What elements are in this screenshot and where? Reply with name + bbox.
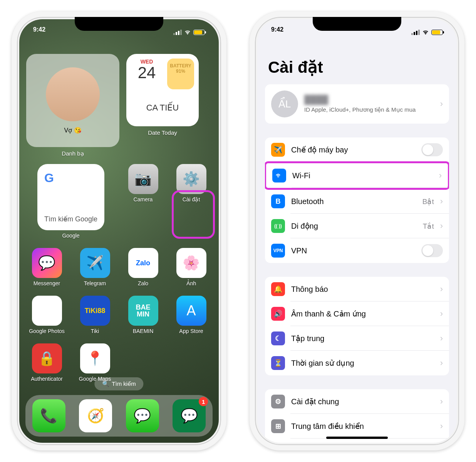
app-messenger[interactable]: 💬 <box>32 248 62 278</box>
chevron-right-icon: › <box>439 171 442 181</box>
row-label: Cài đặt chung <box>291 397 434 406</box>
settings-row-ch-m-y-bay[interactable]: ✈️Chế độ máy bay <box>265 137 449 162</box>
dock: 📞🧭💬💬1 <box>25 395 213 437</box>
chevron-right-icon: › <box>440 284 443 294</box>
phone-home: 9:42 Vợ 😘 Danh bạ WED 24 <box>12 12 226 450</box>
app-label: Zalo <box>138 280 148 286</box>
chevron-right-icon: › <box>440 309 443 319</box>
chevron-right-icon: › <box>440 397 443 407</box>
row-value: Tắt <box>423 222 434 231</box>
chevron-right-icon: › <box>440 421 443 431</box>
profile-name: ████ <box>304 95 434 105</box>
row-icon: ✈️ <box>271 143 285 157</box>
google-widget[interactable]: G Tìm kiếm Google <box>37 164 104 230</box>
app-authenticator[interactable]: 🔒 <box>32 343 62 373</box>
notch <box>313 17 401 31</box>
search-icon: 🔍 <box>102 380 109 387</box>
toggle[interactable] <box>421 244 443 257</box>
row-icon: B <box>271 194 285 208</box>
settings-row-vpn[interactable]: VPNVPN <box>265 238 449 263</box>
toggle[interactable] <box>421 143 443 156</box>
app-google-photos[interactable]: ✦ <box>32 296 62 326</box>
dock-messages[interactable]: 💬 <box>126 399 159 432</box>
row-value: Bật <box>422 197 434 206</box>
app-label: Tiki <box>91 328 99 334</box>
battery-mini: BATTERY 91% <box>167 59 194 89</box>
app-label: BAEMIN <box>133 328 154 334</box>
app-app-store[interactable]: A <box>176 296 206 326</box>
row-label: Wi-Fi <box>292 171 427 180</box>
chevron-right-icon: › <box>440 333 443 343</box>
settings-row-t-p-trung[interactable]: ☾Tập trung› <box>265 326 449 351</box>
home-indicator[interactable] <box>326 437 388 439</box>
status-time: 9:42 <box>271 26 283 38</box>
badge: 1 <box>199 397 208 406</box>
avatar <box>46 67 100 121</box>
settings-row--m-thanh-c-m-ng[interactable]: 🔊Âm thanh & Cảm ứng› <box>265 301 449 326</box>
app-cài-đặt[interactable]: ⚙️ <box>176 164 206 194</box>
row-label: Chế độ máy bay <box>291 145 415 154</box>
row-label: Trung tâm điều khiển <box>291 422 434 431</box>
highlight-box <box>172 190 215 239</box>
google-search-text: Tìm kiếm Google <box>44 215 97 223</box>
battery-icon <box>431 30 443 35</box>
contacts-widget[interactable]: Vợ 😘 <box>26 54 119 147</box>
row-label: Bluetooth <box>291 197 416 206</box>
row-label: VPN <box>291 246 415 255</box>
app-label: Google Photos <box>29 328 65 334</box>
calendar-widget[interactable]: WED 24 BATTERY 91% CA TIẾU <box>126 54 199 126</box>
profile-subtitle: ID Apple, iCloud+, Phương tiện & Mục mua <box>304 106 434 113</box>
app-telegram[interactable]: ✈️ <box>80 248 110 278</box>
row-icon: ⏳ <box>271 356 285 370</box>
row-label: Thông báo <box>291 285 434 294</box>
row-label: Thời gian sử dụng <box>291 358 434 368</box>
spotlight-search[interactable]: 🔍 Tìm kiếm <box>94 377 143 390</box>
dock-hangouts[interactable]: 💬1 <box>173 399 206 432</box>
contact-name: Vợ 😘 <box>64 127 81 134</box>
dock-safari[interactable]: 🧭 <box>79 399 112 432</box>
settings-row-di-ng[interactable]: (( ))Di độngTắt› <box>265 214 449 238</box>
chevron-right-icon: › <box>440 99 443 109</box>
settings-row-wi-fi[interactable]: ᯤWi-Fi › <box>265 161 449 190</box>
row-label: Tập trung <box>291 334 434 343</box>
app-label: Google <box>62 233 79 239</box>
widget-label: Date Today <box>126 129 199 136</box>
widget-label: Danh bạ <box>26 150 119 157</box>
settings-row-trung-t-m-i-u-khi-n[interactable]: ⊞Trung tâm điều khiển› <box>265 414 449 439</box>
signal-icon <box>173 30 182 35</box>
app-label: Messenger <box>34 280 60 286</box>
chevron-right-icon: › <box>440 358 443 368</box>
settings-row-m-n-h-nh-s-ng[interactable]: AAMàn hình & Độ sáng› <box>265 439 449 443</box>
row-icon: VPN <box>271 244 285 258</box>
profile-group[interactable]: ẨL ████ ID Apple, iCloud+, Phương tiện &… <box>265 84 449 124</box>
app-label: Ảnh <box>186 280 196 286</box>
app-baemin[interactable]: BAE MIN <box>128 296 158 326</box>
settings-row-bluetooth[interactable]: BBluetoothBật› <box>265 189 449 214</box>
settings-group-notifications: 🔔Thông báo›🔊Âm thanh & Cảm ứng›☾Tập trun… <box>265 277 449 375</box>
app-ảnh[interactable]: 🌸 <box>176 248 206 278</box>
row-icon: ☾ <box>271 331 285 345</box>
settings-group-general: ⚙Cài đặt chung›⊞Trung tâm điều khiển›AAM… <box>265 389 449 443</box>
row-icon: 🔊 <box>271 307 285 321</box>
notch <box>75 17 163 31</box>
app-google-maps[interactable]: 📍 <box>80 343 110 373</box>
phone-settings: 9:42 Cài đặt ẨL ████ ID Apple, iCloud+, … <box>250 12 464 450</box>
battery-icon <box>193 30 205 35</box>
cal-event: CA TIẾU <box>126 89 199 126</box>
settings-row-th-ng-b-o[interactable]: 🔔Thông báo› <box>265 277 449 301</box>
app-label: App Store <box>179 328 203 334</box>
settings-row-c-i-t-chung[interactable]: ⚙Cài đặt chung› <box>265 389 449 414</box>
row-icon: (( )) <box>271 219 285 233</box>
wifi-icon <box>422 30 429 35</box>
app-label: Authenticator <box>31 376 63 382</box>
settings-row-th-i-gian-s-d-ng[interactable]: ⏳Thời gian sử dụng› <box>265 351 449 375</box>
row-icon: ⚙ <box>271 395 285 408</box>
row-label: Di động <box>291 221 417 231</box>
dock-phone[interactable]: 📞 <box>32 399 65 432</box>
app-tiki[interactable]: TiKi88 <box>80 296 110 326</box>
settings-group-connectivity: ✈️Chế độ máy bayᯤWi-Fi ›BBluetoothBật›((… <box>265 137 449 263</box>
chevron-right-icon: › <box>440 221 443 231</box>
app-camera[interactable]: 📷 <box>128 164 158 194</box>
wifi-icon <box>184 30 191 35</box>
app-zalo[interactable]: Zalo <box>128 248 158 278</box>
